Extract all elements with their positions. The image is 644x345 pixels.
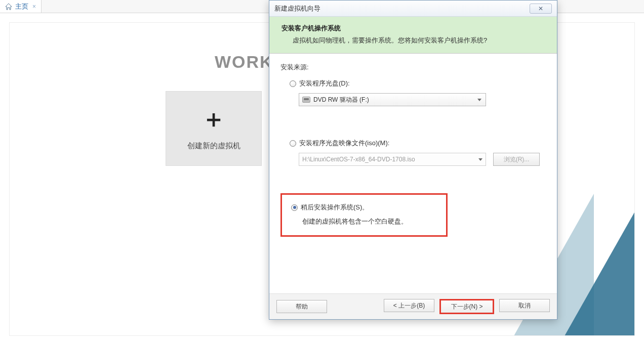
- home-icon: [5, 3, 12, 10]
- help-button[interactable]: 帮助: [276, 300, 327, 313]
- create-vm-label: 创建新的虚拟机: [187, 141, 240, 151]
- dialog-title: 新建虚拟机向导: [274, 4, 320, 13]
- option-iso-group: 安装程序光盘映像文件(iso)(M): H:\Linux\CentOS-7-x8…: [290, 139, 546, 166]
- radio-iso[interactable]: 安装程序光盘映像文件(iso)(M):: [290, 139, 546, 148]
- tab-home[interactable]: 主页 ×: [0, 0, 42, 13]
- iso-path-input[interactable]: H:\Linux\CentOS-7-x86_64-DVD-1708.iso: [299, 153, 486, 166]
- dialog-header-subtitle: 虚拟机如同物理机，需要操作系统。您将如何安装客户机操作系统?: [293, 36, 545, 45]
- option-later-highlight: 稍后安装操作系统(S)。 创建的虚拟机将包含一个空白硬盘。: [280, 193, 448, 237]
- decorative-triangle: [553, 123, 635, 336]
- help-label: 帮助: [296, 303, 308, 311]
- dialog-body: 安装来源: 安装程序光盘(D): DVD RW 驱动器 (F:) 安装程序光盘映…: [269, 54, 557, 293]
- browse-button[interactable]: 浏览(R)...: [493, 153, 540, 166]
- back-label: < 上一步(B): [393, 301, 425, 310]
- next-label: 下一步(N) >: [451, 303, 483, 311]
- back-button[interactable]: < 上一步(B): [384, 299, 434, 312]
- dialog-header: 安装客户机操作系统 虚拟机如同物理机，需要操作系统。您将如何安装客户机操作系统?: [269, 17, 557, 54]
- radio-disc-label: 安装程序光盘(D):: [299, 79, 350, 88]
- dialog-titlebar[interactable]: 新建虚拟机向导 ✕: [269, 1, 557, 17]
- close-icon[interactable]: ×: [32, 3, 36, 10]
- radio-later-label: 稍后安装操作系统(S)。: [301, 203, 369, 212]
- chevron-down-icon: [478, 158, 482, 161]
- disc-drive-dropdown[interactable]: DVD RW 驱动器 (F:): [299, 93, 486, 106]
- create-vm-card[interactable]: ＋ 创建新的虚拟机: [166, 91, 262, 166]
- watermark-text: WORK: [215, 52, 273, 72]
- dialog-close-button[interactable]: ✕: [530, 4, 552, 14]
- option-disc-group: 安装程序光盘(D): DVD RW 驱动器 (F:): [290, 79, 546, 106]
- radio-icon: [290, 140, 296, 147]
- next-button[interactable]: 下一步(N) >: [439, 299, 494, 314]
- dialog-header-title: 安装客户机操作系统: [281, 24, 545, 33]
- radio-icon: [291, 204, 298, 211]
- iso-path-value: H:\Linux\CentOS-7-x86_64-DVD-1708.iso: [302, 156, 415, 163]
- drive-icon: [302, 97, 310, 103]
- cancel-label: 取消: [518, 301, 531, 310]
- cancel-button[interactable]: 取消: [499, 299, 550, 312]
- chevron-down-icon: [477, 99, 481, 101]
- radio-disc[interactable]: 安装程序光盘(D):: [290, 79, 546, 88]
- dialog-footer: 帮助 < 上一步(B) 下一步(N) > 取消: [269, 293, 557, 319]
- tab-label: 主页: [15, 2, 28, 11]
- radio-icon: [290, 80, 296, 87]
- radio-later[interactable]: 稍后安装操作系统(S)。: [291, 203, 435, 212]
- plus-icon: ＋: [202, 107, 226, 131]
- radio-iso-label: 安装程序光盘映像文件(iso)(M):: [299, 139, 389, 148]
- disc-drive-value: DVD RW 驱动器 (F:): [313, 96, 369, 104]
- new-vm-wizard-dialog: 新建虚拟机向导 ✕ 安装客户机操作系统 虚拟机如同物理机，需要操作系统。您将如何…: [269, 0, 557, 320]
- browse-label: 浏览(R)...: [504, 155, 530, 164]
- source-label: 安装来源:: [280, 63, 546, 72]
- later-subtext: 创建的虚拟机将包含一个空白硬盘。: [302, 217, 435, 226]
